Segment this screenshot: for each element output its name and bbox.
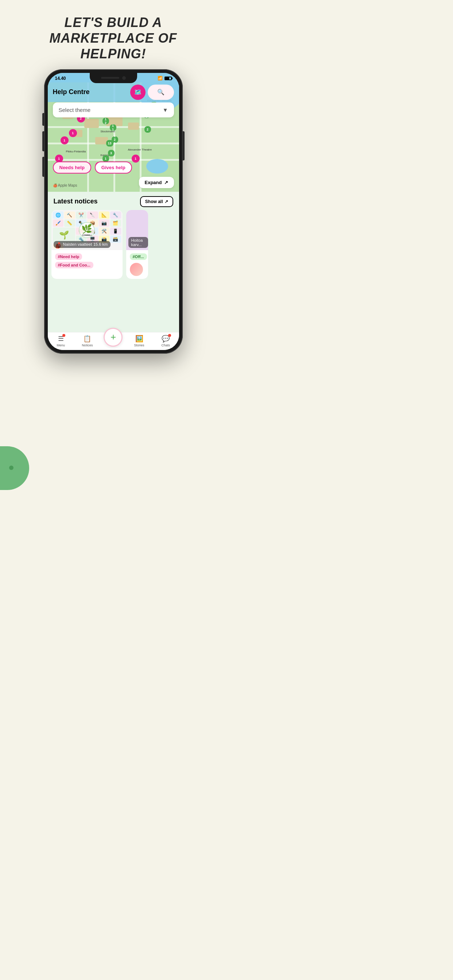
notice-card-2[interactable]: Hoitoa karv... #Off... [126, 210, 148, 279]
map-marker-green: 2 [144, 126, 151, 133]
avatar [130, 263, 143, 276]
map-marker-green: 3 [108, 150, 115, 156]
notices-row: 🌐 🔨 ✂️ 🔪 📐 🔧 🖌️ 📏 ✒️ 📦 📷 [48, 210, 179, 279]
map-marker-green: 13 [106, 140, 113, 146]
blob-decoration [0, 446, 29, 490]
nav-menu[interactable]: ☰ Menu [51, 335, 71, 347]
chats-icon: 💬 [161, 335, 170, 343]
map-view-button[interactable]: 🗺️ [130, 84, 145, 100]
map-marker-pink: 1 [69, 129, 77, 137]
notice-card-2-body: #Off... [126, 250, 148, 279]
volume-silent-button [42, 113, 44, 126]
apple-maps-label: 🍎 Apple Maps [53, 183, 77, 188]
nav-notices[interactable]: 📋 Notices [77, 335, 97, 347]
map-marker-pink: 1 [132, 154, 140, 162]
notice-tag-3: #Off... [130, 253, 147, 260]
map-marker-pink: 1 [61, 136, 69, 145]
notice-card-1-image: 🌐 🔨 ✂️ 🔪 📐 🔧 🖌️ 📏 ✒️ 📦 📷 [51, 210, 123, 250]
hero-line2: MARKETPLACE OF [49, 30, 177, 46]
content-area: Latest notices Show all ↗ 🌐 [48, 192, 179, 350]
stories-icon: 🖼️ [135, 335, 144, 343]
filter-buttons: Needs help Gives help [53, 162, 132, 173]
map-marker-green: 11 [110, 124, 116, 131]
commili-logo: 🌿 COMMILI [79, 222, 95, 238]
blob-dot [9, 466, 13, 470]
select-theme-dropdown[interactable]: Select theme ▼ [53, 102, 174, 118]
notice-card-2-image: Hoitoa karv... [126, 210, 148, 250]
expand-button[interactable]: Expand ↗ [139, 177, 174, 188]
notice-tag-2: #Food and Coo... [55, 262, 93, 268]
status-icons: 📶 [158, 76, 172, 81]
map-marker-green: 12 [102, 118, 109, 124]
speaker [101, 77, 119, 79]
phone-notch [90, 73, 137, 83]
select-theme-label: Select theme [59, 107, 91, 113]
fab-add-button[interactable]: + [104, 328, 123, 347]
notice-card-1-body: #Need help #Food and Coo... [51, 250, 123, 273]
latest-notices-title: Latest notices [54, 197, 98, 205]
nav-chats[interactable]: 💬 Chats [156, 335, 176, 347]
volume-up-button [42, 131, 44, 151]
nav-stories[interactable]: 🖼️ Stories [129, 335, 149, 347]
phone-frame: 14.40 📶 [44, 69, 183, 452]
notice-tag-1: #Need help [55, 253, 83, 260]
notice-card-2-label: Hoitoa karv... [128, 237, 148, 248]
hero-line1: LET'S BUILD A [64, 15, 162, 30]
map-header: Help Centre 🗺️ 🔍 [48, 83, 179, 102]
needs-help-filter[interactable]: Needs help [53, 162, 91, 173]
map-marker-green: 1 [102, 155, 109, 162]
chevron-down-icon: ▼ [163, 107, 168, 113]
header-buttons: 🗺️ 🔍 [130, 84, 174, 100]
chats-badge [168, 334, 171, 337]
map-area: KAISANIEMI Stockmann Pikku-Finlandia Kam… [48, 83, 179, 192]
bottom-nav: ☰ Menu 📋 Notices + 🖼️ Stories [48, 332, 179, 350]
phone-screen: 14.40 📶 [48, 73, 179, 350]
latest-notices-header: Latest notices Show all ↗ [48, 192, 179, 210]
hero-line3: HELPING! [80, 46, 146, 61]
status-time: 14.40 [55, 76, 66, 81]
select-theme-wrapper: Select theme ▼ [53, 102, 174, 118]
wifi-icon: 📶 [158, 76, 163, 81]
battery-icon [164, 76, 172, 80]
notice-card-1-label: 📍 Naisten vaatteet 15.6 km [54, 241, 111, 248]
volume-down-button [42, 157, 44, 177]
menu-badge [62, 334, 65, 337]
notices-icon: 📋 [83, 335, 91, 343]
gives-help-filter[interactable]: Gives help [95, 162, 132, 173]
hero-text: LET'S BUILD A MARKETPLACE OF HELPING! [35, 14, 192, 62]
camera [122, 76, 126, 80]
search-button[interactable]: 🔍 [148, 84, 174, 100]
notice-card-1[interactable]: 🌐 🔨 ✂️ 🔪 📐 🔧 🖌️ 📏 ✒️ 📦 📷 [51, 210, 123, 279]
app-title: Help Centre [53, 88, 90, 96]
menu-icon: ☰ [58, 335, 64, 343]
power-button [183, 131, 185, 161]
show-all-button[interactable]: Show all ↗ [140, 196, 173, 207]
